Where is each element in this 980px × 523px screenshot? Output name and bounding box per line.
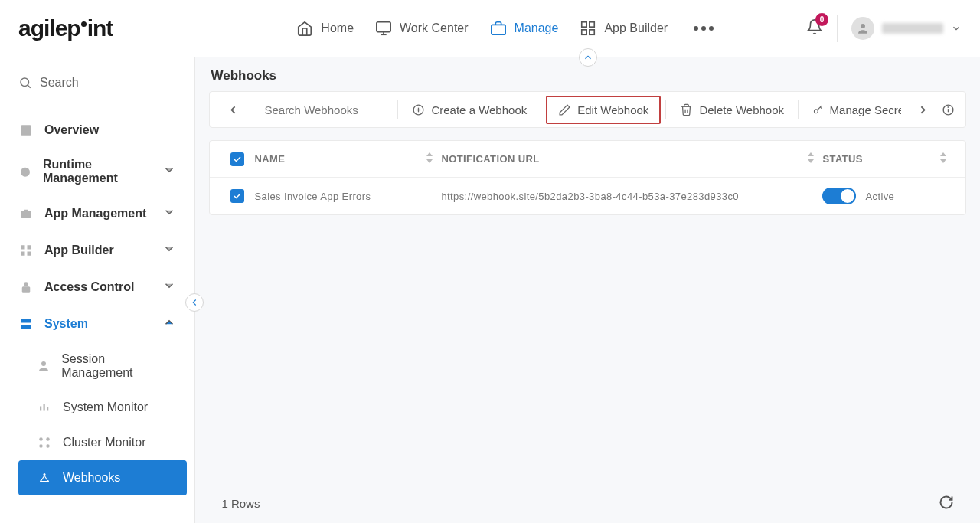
monitor-icon bbox=[375, 20, 392, 37]
search-icon bbox=[18, 76, 32, 90]
sidebar-item-app-builder[interactable]: App Builder bbox=[0, 232, 194, 269]
home-icon bbox=[296, 20, 313, 37]
nav-app-builder-label: App Builder bbox=[604, 21, 668, 35]
svg-rect-19 bbox=[22, 286, 31, 293]
delete-webhook-button[interactable]: Delete Webhook bbox=[671, 99, 793, 121]
select-all-checkbox[interactable] bbox=[230, 152, 244, 166]
search-input[interactable] bbox=[264, 103, 387, 116]
svg-marker-47 bbox=[940, 159, 946, 163]
edit-icon bbox=[558, 103, 571, 116]
svg-rect-16 bbox=[28, 245, 31, 249]
toolbar-scroll-right[interactable] bbox=[913, 100, 933, 119]
nav-home[interactable]: Home bbox=[296, 20, 354, 37]
webhook-icon bbox=[38, 471, 51, 485]
sidebar-sub-session[interactable]: Session Management bbox=[18, 342, 187, 390]
chevron-down-icon bbox=[951, 23, 962, 34]
sort-url[interactable] bbox=[807, 152, 815, 165]
svg-rect-24 bbox=[44, 404, 45, 411]
nav-work-center[interactable]: Work Center bbox=[375, 20, 469, 37]
row-name: Sales Invoice App Errors bbox=[254, 191, 371, 202]
column-name: Name bbox=[254, 153, 285, 165]
collapse-header-button[interactable] bbox=[579, 48, 597, 67]
svg-rect-21 bbox=[21, 325, 31, 329]
grid-icon bbox=[19, 244, 33, 257]
sidebar-item-system[interactable]: System bbox=[0, 306, 194, 342]
sidebar-sub-sysmon[interactable]: System Monitor bbox=[18, 390, 187, 425]
sidebar-item-access-control[interactable]: Access Control bbox=[0, 269, 194, 306]
nav-app-builder[interactable]: App Builder bbox=[580, 20, 668, 37]
svg-rect-4 bbox=[582, 22, 586, 27]
sort-name[interactable] bbox=[426, 152, 433, 165]
edit-webhook-button[interactable]: Edit Webhook bbox=[546, 96, 661, 124]
nav-manage-label: Manage bbox=[514, 21, 559, 35]
briefcase-icon bbox=[19, 207, 33, 221]
svg-marker-45 bbox=[808, 159, 814, 163]
chevron-down-icon bbox=[162, 242, 176, 256]
svg-rect-15 bbox=[21, 245, 24, 249]
toolbar-search[interactable] bbox=[256, 103, 387, 116]
status-toggle[interactable] bbox=[822, 188, 856, 204]
svg-rect-7 bbox=[590, 30, 594, 34]
toolbar-info[interactable] bbox=[939, 100, 958, 119]
column-url: Notification URL bbox=[441, 153, 539, 165]
sidebar-sub-webhooks[interactable]: Webhooks bbox=[18, 460, 187, 495]
svg-point-38 bbox=[814, 109, 818, 113]
sidebar-item-label: App Builder bbox=[44, 244, 114, 257]
toolbar-back[interactable] bbox=[217, 99, 249, 121]
sidebar-item-runtime[interactable]: Runtime Management bbox=[0, 148, 194, 195]
nav-more[interactable] bbox=[694, 26, 714, 31]
chevron-down-icon bbox=[162, 163, 176, 177]
svg-point-9 bbox=[21, 78, 29, 87]
sort-status[interactable] bbox=[939, 152, 947, 165]
svg-point-30 bbox=[44, 473, 46, 476]
sidebar-item-app-management[interactable]: App Management bbox=[0, 195, 194, 232]
refresh-button[interactable] bbox=[939, 495, 954, 512]
nav-manage[interactable]: Manage bbox=[490, 20, 559, 37]
user-icon bbox=[37, 359, 51, 373]
sidebar-search-placeholder: Search bbox=[40, 76, 79, 90]
create-webhook-button[interactable]: Create a Webhook bbox=[403, 99, 536, 121]
svg-rect-20 bbox=[21, 319, 31, 323]
edit-webhook-label: Edit Webhook bbox=[577, 103, 648, 116]
sidebar-item-label: System bbox=[44, 317, 88, 331]
svg-point-22 bbox=[41, 361, 46, 366]
chevron-down-icon bbox=[162, 205, 176, 219]
toolbar: Create a Webhook Edit Webhook Delete Web… bbox=[209, 91, 966, 128]
sidebar-item-label: Session Management bbox=[61, 352, 168, 380]
notifications-bell[interactable]: 0 bbox=[806, 18, 823, 38]
user-menu[interactable] bbox=[851, 17, 962, 40]
row-count: 1 Rows bbox=[221, 497, 260, 510]
sidebar-sub-cluster[interactable]: Cluster Monitor bbox=[18, 425, 187, 460]
manage-secrets-button[interactable]: Manage Secrets bbox=[803, 99, 910, 121]
sidebar-item-label: App Management bbox=[44, 207, 146, 221]
sidebar-item-label: Cluster Monitor bbox=[63, 436, 145, 449]
main-content: Webhooks Create a Webhook Edit Webhook bbox=[195, 57, 980, 523]
info-icon bbox=[942, 103, 955, 116]
sidebar-item-overview[interactable]: Overview bbox=[0, 113, 194, 148]
webhooks-table: Name Notification URL Status Sales Invoi… bbox=[209, 140, 966, 215]
sidebar-item-label: Runtime Management bbox=[43, 158, 152, 185]
briefcase-icon bbox=[490, 20, 507, 37]
sidebar-item-label: Access Control bbox=[44, 280, 134, 294]
plus-circle-icon bbox=[412, 103, 425, 116]
svg-rect-17 bbox=[21, 252, 24, 256]
sidebar-search[interactable]: Search bbox=[0, 67, 194, 99]
svg-rect-14 bbox=[21, 211, 31, 218]
svg-rect-3 bbox=[491, 25, 505, 34]
delete-webhook-label: Delete Webhook bbox=[699, 103, 784, 116]
svg-point-27 bbox=[46, 437, 50, 441]
avatar bbox=[851, 17, 874, 40]
row-checkbox[interactable] bbox=[230, 189, 244, 203]
notifications-badge: 0 bbox=[815, 13, 828, 26]
svg-point-29 bbox=[46, 444, 50, 448]
create-webhook-label: Create a Webhook bbox=[431, 103, 527, 116]
status-label: Active bbox=[865, 191, 894, 202]
svg-marker-46 bbox=[940, 152, 946, 156]
cluster-icon bbox=[38, 436, 51, 449]
table-row[interactable]: Sales Invoice App Errors https://webhook… bbox=[210, 178, 965, 214]
sidebar-item-label: Overview bbox=[44, 123, 99, 137]
chevron-left-icon bbox=[189, 297, 200, 308]
svg-point-8 bbox=[861, 24, 865, 28]
stopwatch-icon bbox=[18, 165, 32, 178]
svg-point-26 bbox=[39, 437, 43, 441]
